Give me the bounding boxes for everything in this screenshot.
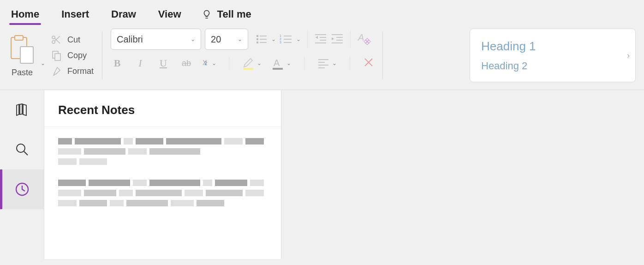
panel-title: Recent Notes xyxy=(44,90,281,127)
sidebar xyxy=(0,90,44,259)
scissors-icon xyxy=(50,33,63,46)
tab-draw[interactable]: Draw xyxy=(109,5,138,24)
chevron-down-icon: ⌄ xyxy=(296,36,301,42)
strikethrough-button[interactable]: ab xyxy=(180,57,193,70)
sidebar-notebooks[interactable] xyxy=(0,90,44,130)
svg-point-11 xyxy=(257,42,258,43)
svg-line-37 xyxy=(24,151,28,155)
numbering-button[interactable]: 1 2 3 ⌄ xyxy=(280,34,301,45)
tab-insert[interactable]: Insert xyxy=(60,5,91,24)
separator xyxy=(350,56,350,70)
delete-button[interactable] xyxy=(363,57,374,70)
svg-text:2: 2 xyxy=(280,37,281,41)
font-size-value: 20 xyxy=(211,34,221,45)
bullets-button[interactable]: ⌄ xyxy=(256,34,276,45)
subscript-button[interactable]: x2 ⌄ xyxy=(203,57,216,70)
svg-text:A: A xyxy=(358,32,364,42)
separator xyxy=(382,31,383,79)
separator xyxy=(229,56,229,70)
notes-list xyxy=(44,127,281,217)
font-group: Calibri ⌄ 20 ⌄ ⌄ 1 2 xyxy=(111,29,374,82)
align-left-icon xyxy=(317,58,329,68)
cut-button[interactable]: Cut xyxy=(50,33,94,46)
paste-button[interactable]: Paste xyxy=(8,34,36,78)
separator xyxy=(307,30,308,48)
separator xyxy=(350,30,351,48)
style-heading-2[interactable]: Heading 2 xyxy=(481,60,610,72)
chevron-down-icon: ⌄ xyxy=(271,36,276,42)
cut-label: Cut xyxy=(67,35,80,45)
numbering-icon: 1 2 3 xyxy=(280,34,293,45)
svg-text:3: 3 xyxy=(280,41,281,44)
styles-expand[interactable]: › xyxy=(621,51,635,60)
format-label: Format xyxy=(67,66,94,76)
clipboard-group: Paste ⌄ Cut Copy Format xyxy=(8,29,94,82)
align-button[interactable]: ⌄ xyxy=(317,58,337,68)
highlighter-icon xyxy=(242,57,254,70)
tell-me-label: Tell me xyxy=(217,8,251,20)
italic-button[interactable]: I xyxy=(134,57,147,70)
lightbulb-icon xyxy=(202,9,212,19)
font-color-button[interactable]: A ⌄ xyxy=(272,57,291,70)
search-icon xyxy=(15,142,30,157)
note-canvas[interactable] xyxy=(281,90,644,259)
paste-label: Paste xyxy=(12,68,33,78)
font-family-value: Calibri xyxy=(117,34,143,45)
sidebar-search[interactable] xyxy=(0,130,44,169)
indent-button[interactable] xyxy=(331,33,344,46)
outdent-button[interactable] xyxy=(314,33,327,46)
outdent-icon xyxy=(314,33,327,44)
clear-formatting-button[interactable]: A xyxy=(357,31,371,47)
subscript-marker: 2 xyxy=(204,60,207,66)
svg-point-36 xyxy=(17,144,25,152)
list-item[interactable] xyxy=(58,180,267,206)
chevron-down-icon: ⌄ xyxy=(191,36,195,42)
format-painter-button[interactable]: Format xyxy=(50,65,94,78)
tab-home[interactable]: Home xyxy=(9,5,41,24)
highlight-button[interactable]: ⌄ xyxy=(242,57,262,70)
tab-view[interactable]: View xyxy=(156,5,183,24)
svg-text:A: A xyxy=(274,58,280,68)
styles-gallery[interactable]: Heading 1 Heading 2 › xyxy=(470,29,636,82)
font-size-select[interactable]: 20 ⌄ xyxy=(205,29,248,50)
separator xyxy=(304,56,304,70)
list-item[interactable] xyxy=(58,138,267,165)
ribbon-home: Paste ⌄ Cut Copy Format xyxy=(0,24,644,90)
x-icon xyxy=(363,57,374,68)
clear-formatting-icon: A xyxy=(357,31,371,45)
svg-point-9 xyxy=(257,39,258,40)
tell-me-search[interactable]: Tell me xyxy=(202,8,251,20)
svg-rect-1 xyxy=(15,36,23,40)
clock-icon xyxy=(14,181,30,197)
copy-label: Copy xyxy=(67,51,87,60)
svg-rect-29 xyxy=(243,68,253,70)
font-color-icon: A xyxy=(272,57,284,70)
notebooks-icon xyxy=(14,102,30,118)
svg-text:1: 1 xyxy=(280,34,281,37)
svg-point-4 xyxy=(52,41,55,43)
chevron-down-icon: ⌄ xyxy=(257,60,262,66)
clipboard-icon xyxy=(8,34,36,66)
paintbrush-icon xyxy=(50,65,63,78)
bullets-icon xyxy=(256,34,268,45)
sidebar-recent[interactable] xyxy=(0,169,44,209)
indent-icon xyxy=(331,33,344,44)
svg-rect-6 xyxy=(55,54,60,60)
chevron-down-icon: ⌄ xyxy=(212,60,216,66)
svg-point-3 xyxy=(52,36,55,39)
content-area: Recent Notes xyxy=(0,90,644,259)
chevron-down-icon: ⌄ xyxy=(286,60,291,66)
svg-rect-31 xyxy=(273,68,283,70)
copy-icon xyxy=(50,49,63,62)
copy-button[interactable]: Copy xyxy=(50,49,94,62)
chevron-down-icon: ⌄ xyxy=(332,60,337,66)
paste-dropdown[interactable]: ⌄ xyxy=(41,60,45,66)
style-heading-1[interactable]: Heading 1 xyxy=(481,39,610,54)
chevron-right-icon: › xyxy=(627,51,630,60)
underline-button[interactable]: U xyxy=(157,57,170,70)
svg-point-7 xyxy=(257,36,258,37)
separator xyxy=(102,31,102,79)
bold-button[interactable]: B xyxy=(111,57,124,70)
font-family-select[interactable]: Calibri ⌄ xyxy=(111,29,201,50)
recent-notes-panel: Recent Notes xyxy=(44,90,281,259)
